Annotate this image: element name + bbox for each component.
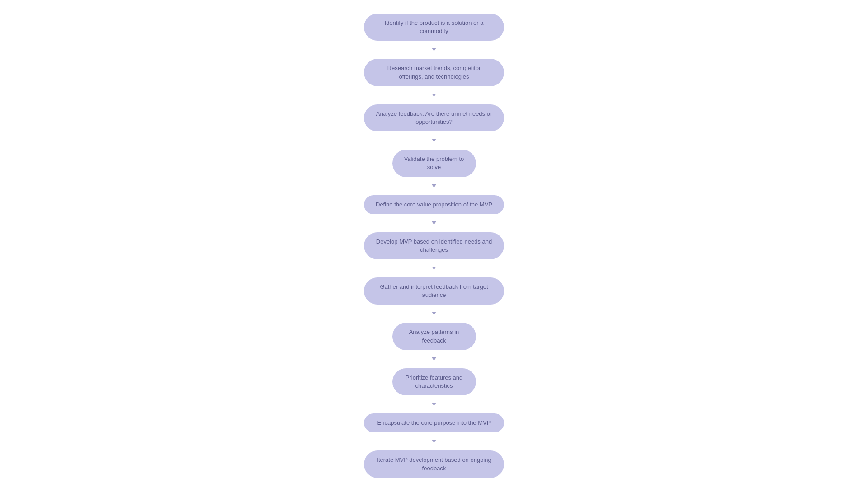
arrow-1 bbox=[432, 86, 436, 104]
node11: Iterate MVP development based on ongoing… bbox=[364, 450, 504, 478]
arrow-9 bbox=[432, 432, 436, 450]
arrow-6 bbox=[432, 305, 436, 323]
node2: Research market trends, competitor offer… bbox=[364, 59, 504, 86]
arrow-5 bbox=[432, 259, 436, 277]
node3: Analyze feedback: Are there unmet needs … bbox=[364, 104, 504, 131]
arrow-7 bbox=[432, 350, 436, 368]
node9: Prioritize features and characteristics bbox=[392, 368, 476, 395]
node6: Develop MVP based on identified needs an… bbox=[364, 232, 504, 259]
node10: Encapsulate the core purpose into the MV… bbox=[364, 413, 504, 432]
node1: Identify if the product is a solution or… bbox=[364, 14, 504, 41]
arrow-8 bbox=[432, 395, 436, 413]
node7: Gather and interpret feedback from targe… bbox=[364, 277, 504, 305]
node8: Analyze patterns in feedback bbox=[392, 323, 476, 350]
arrow-3 bbox=[432, 177, 436, 195]
node5: Define the core value proposition of the… bbox=[364, 195, 504, 214]
arrow-0 bbox=[432, 41, 436, 59]
arrow-2 bbox=[432, 131, 436, 150]
arrow-4 bbox=[432, 214, 436, 232]
node4: Validate the problem to solve bbox=[392, 150, 476, 177]
flowchart: Identify if the product is a solution or… bbox=[344, 14, 524, 478]
